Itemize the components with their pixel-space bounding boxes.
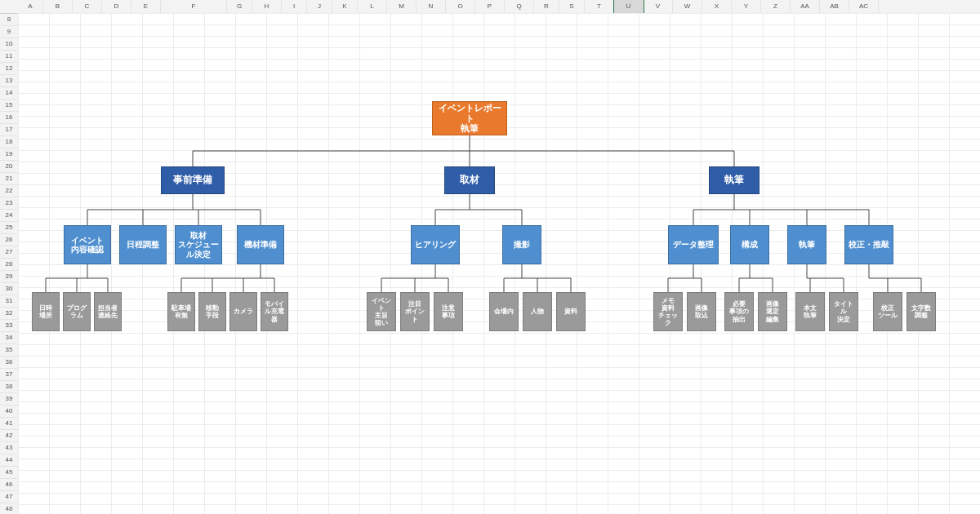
l3-transport[interactable]: 移動手段 bbox=[198, 292, 226, 331]
l3-datetime[interactable]: 日時場所 bbox=[32, 292, 60, 331]
row-header[interactable]: 29 bbox=[0, 271, 18, 283]
column-header[interactable]: L bbox=[358, 0, 387, 13]
l2-proof[interactable]: 校正・推敲 bbox=[844, 225, 893, 264]
l3-program[interactable]: プログラム bbox=[63, 292, 91, 331]
column-header[interactable]: AA bbox=[791, 0, 820, 13]
row-header[interactable]: 23 bbox=[0, 197, 18, 210]
column-header[interactable]: AC bbox=[849, 0, 879, 13]
row-header[interactable]: 41 bbox=[0, 418, 18, 430]
row-header[interactable]: 42 bbox=[0, 430, 18, 442]
l2-hearing[interactable]: ヒアリング bbox=[411, 225, 460, 264]
row-header[interactable]: 44 bbox=[0, 454, 18, 467]
row-header[interactable]: 31 bbox=[0, 295, 18, 308]
l3-image-import[interactable]: 画像取込 bbox=[687, 292, 716, 331]
row-header[interactable]: 9 bbox=[0, 26, 18, 38]
row-header[interactable]: 30 bbox=[0, 283, 18, 295]
l3-image-edit[interactable]: 画像選定編集 bbox=[758, 292, 787, 331]
column-header[interactable]: B bbox=[43, 0, 73, 13]
l3-title[interactable]: タイトル決定 bbox=[829, 292, 858, 331]
row-header[interactable]: 24 bbox=[0, 210, 18, 222]
l3-extract[interactable]: 必要事項の抽出 bbox=[724, 292, 754, 331]
row-header[interactable]: 45 bbox=[0, 467, 18, 479]
l2-schedule[interactable]: 日程調整 bbox=[119, 225, 167, 264]
root-node[interactable]: イベントレポート執筆 bbox=[432, 101, 507, 135]
row-header[interactable]: 43 bbox=[0, 442, 18, 454]
row-header[interactable]: 25 bbox=[0, 222, 18, 234]
column-header[interactable]: Z bbox=[761, 0, 791, 13]
column-header[interactable]: R bbox=[534, 0, 559, 13]
row-header[interactable]: 15 bbox=[0, 100, 18, 112]
row-header[interactable]: 40 bbox=[0, 405, 18, 418]
l1-prep[interactable]: 事前準備 bbox=[161, 166, 225, 194]
column-header[interactable]: S bbox=[559, 0, 585, 13]
l1-write[interactable]: 執筆 bbox=[709, 166, 760, 194]
row-header[interactable]: 20 bbox=[0, 161, 18, 173]
column-header[interactable]: I bbox=[282, 0, 307, 13]
column-header[interactable]: E bbox=[131, 0, 161, 13]
row-header[interactable]: 38 bbox=[0, 381, 18, 393]
column-header[interactable]: U bbox=[614, 0, 644, 13]
column-header[interactable]: V bbox=[644, 0, 673, 13]
l3-parking[interactable]: 駐車場有無 bbox=[167, 292, 195, 331]
l1-report[interactable]: 取材 bbox=[444, 166, 495, 194]
row-header[interactable]: 18 bbox=[0, 136, 18, 148]
row-header[interactable]: 39 bbox=[0, 393, 18, 405]
l3-person[interactable]: 人物 bbox=[523, 292, 552, 331]
column-header[interactable]: C bbox=[73, 0, 102, 13]
column-header[interactable]: O bbox=[446, 0, 475, 13]
l2-equip[interactable]: 機材準備 bbox=[237, 225, 284, 264]
l2-shoot[interactable]: 撮影 bbox=[502, 225, 541, 264]
row-header[interactable]: 34 bbox=[0, 332, 18, 344]
row-header[interactable]: 35 bbox=[0, 344, 18, 357]
l3-highlight[interactable]: 注目ポイント bbox=[400, 292, 430, 331]
row-header[interactable]: 47 bbox=[0, 491, 18, 503]
l3-char-adjust[interactable]: 文字数調整 bbox=[906, 292, 936, 331]
l2-organize[interactable]: データ整理 bbox=[668, 225, 719, 264]
l3-body-write[interactable]: 本文執筆 bbox=[795, 292, 825, 331]
l3-contact[interactable]: 担当者連絡先 bbox=[94, 292, 122, 331]
row-header[interactable]: 11 bbox=[0, 51, 18, 63]
row-header[interactable]: 28 bbox=[0, 259, 18, 271]
row-header[interactable]: 48 bbox=[0, 503, 18, 514]
l2-structure[interactable]: 構成 bbox=[730, 225, 769, 264]
column-header[interactable]: X bbox=[702, 0, 732, 13]
row-header[interactable]: 12 bbox=[0, 63, 18, 75]
column-header[interactable]: G bbox=[227, 0, 252, 13]
row-header[interactable]: 26 bbox=[0, 234, 18, 246]
column-header[interactable]: Q bbox=[505, 0, 534, 13]
row-header[interactable]: 27 bbox=[0, 246, 18, 259]
column-header[interactable]: F bbox=[161, 0, 227, 13]
column-header[interactable]: N bbox=[416, 0, 446, 13]
column-header[interactable]: Y bbox=[732, 0, 761, 13]
l3-memo-check[interactable]: メモ資料チェック bbox=[653, 292, 683, 331]
column-header[interactable]: AB bbox=[820, 0, 849, 13]
column-header[interactable]: K bbox=[332, 0, 358, 13]
column-header[interactable]: W bbox=[673, 0, 702, 13]
row-header[interactable]: 13 bbox=[0, 75, 18, 87]
l2-plan[interactable]: 取材スケジュール決定 bbox=[175, 225, 222, 264]
row-header[interactable]: 8 bbox=[0, 14, 18, 26]
l2-confirm[interactable]: イベント内容確認 bbox=[64, 225, 111, 264]
row-header[interactable]: 19 bbox=[0, 148, 18, 161]
row-header[interactable]: 16 bbox=[0, 112, 18, 124]
column-header[interactable]: H bbox=[252, 0, 282, 13]
row-header[interactable]: 36 bbox=[0, 357, 18, 369]
row-header[interactable]: 21 bbox=[0, 173, 18, 185]
row-header[interactable]: 32 bbox=[0, 308, 18, 320]
l3-event-aim[interactable]: イベント主旨狙い bbox=[367, 292, 396, 331]
l3-venue[interactable]: 会場内 bbox=[489, 292, 519, 331]
row-header[interactable]: 22 bbox=[0, 185, 18, 197]
l3-mobile-chg[interactable]: モバイル充電器 bbox=[261, 292, 288, 331]
l3-material[interactable]: 資料 bbox=[556, 292, 586, 331]
column-header[interactable]: P bbox=[475, 0, 505, 13]
row-header[interactable]: 46 bbox=[0, 479, 18, 491]
row-header[interactable]: 17 bbox=[0, 124, 18, 136]
l2-draft[interactable]: 執筆 bbox=[787, 225, 826, 264]
column-header[interactable]: J bbox=[307, 0, 332, 13]
column-header[interactable]: A bbox=[18, 0, 43, 13]
l3-caution[interactable]: 注意事項 bbox=[434, 292, 463, 331]
l3-proof-tool[interactable]: 校正ツール bbox=[873, 292, 902, 331]
column-header[interactable]: M bbox=[387, 0, 416, 13]
row-header[interactable]: 14 bbox=[0, 87, 18, 100]
l3-camera[interactable]: カメラ bbox=[229, 292, 257, 331]
